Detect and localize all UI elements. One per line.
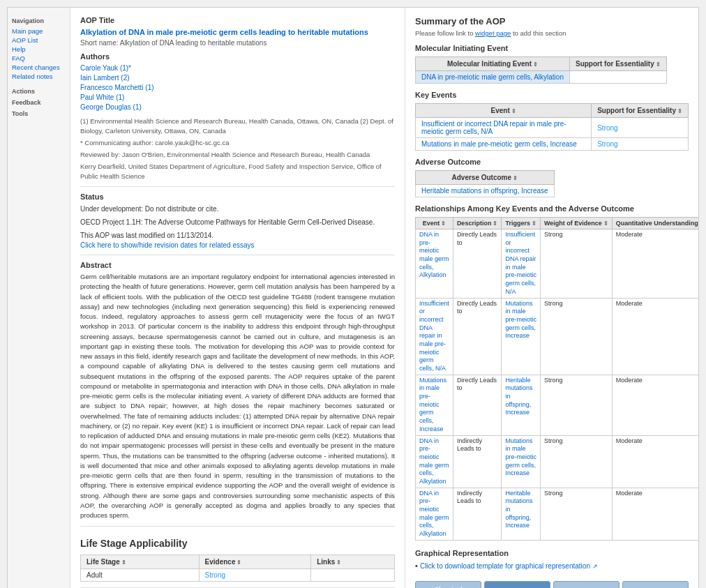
ao-header[interactable]: Adverse Outcome⇕ bbox=[416, 171, 555, 185]
rel-trigger-1[interactable]: Insufficient or incorrect DNA repair in … bbox=[505, 231, 536, 295]
sidebar-item-faq[interactable]: FAQ bbox=[12, 54, 66, 63]
diagram-box-mie: Molecular Initiating Event bbox=[484, 581, 550, 588]
diagram-top-row: Chemical Structure & Properties Molecula… bbox=[415, 581, 689, 588]
author-3: Francesco Marchetti (1) bbox=[80, 83, 395, 93]
diagram-box-chemical: Chemical Structure & Properties bbox=[415, 581, 481, 588]
summary-note: Please follow link to widget page to add… bbox=[415, 29, 689, 37]
abstract-heading: Abstract bbox=[80, 261, 395, 269]
rel-trigger-3[interactable]: Heritable mutations in offspring, Increa… bbox=[505, 377, 532, 416]
widget-link[interactable]: widget page bbox=[475, 29, 511, 37]
rel-trigger-4[interactable]: Mutations in male pre-meiotic germ cells… bbox=[505, 437, 536, 477]
sidebar-item-recent[interactable]: Recent changes bbox=[12, 63, 66, 72]
communicating: * Communicating author: carole.yauk@hc-s… bbox=[80, 138, 395, 147]
relationships-table: Event⇕ Description⇕ Triggers⇕ Weight of … bbox=[415, 217, 698, 541]
download-link[interactable]: Click to download template for graphical… bbox=[420, 562, 590, 570]
status-text3: This AOP was last modified on 11/13/2014… bbox=[80, 230, 395, 241]
ext-link-icon: ↗ bbox=[592, 563, 598, 570]
table-row: Adult Strong bbox=[81, 569, 395, 582]
adverse-outcome-table: Adverse Outcome⇕ Heritable mutations in … bbox=[415, 170, 555, 197]
table-row: Heritable mutations in offspring, Increa… bbox=[416, 185, 555, 197]
short-name: Short name: Alkylation of DNA leading to… bbox=[80, 39, 395, 47]
sidebar-item-aoplist[interactable]: AOP List bbox=[12, 36, 66, 45]
mie-event-header[interactable]: Molecular Initiating Event⇕ bbox=[416, 57, 570, 71]
relationships-title: Relationships Among Key Events and the A… bbox=[415, 204, 689, 213]
diagram-box-cellular: Cellular Response bbox=[553, 581, 619, 588]
diagram-container: Chemical Structure & Properties Molecula… bbox=[415, 581, 689, 588]
sidebar-item-help[interactable]: Help bbox=[12, 45, 66, 54]
authors-heading: Authors bbox=[80, 52, 395, 61]
status-text2: OECD Project 1.1H: The Adverse Outcome P… bbox=[80, 217, 395, 227]
nav-label: Navigation bbox=[12, 17, 66, 24]
sidebar-item-main[interactable]: Main page bbox=[12, 27, 66, 36]
ke-event-header[interactable]: Event⇕ bbox=[416, 104, 592, 118]
graphical-section: Graphical Representation • Click to down… bbox=[415, 549, 689, 570]
affiliations: (1) Environmental Health Science and Res… bbox=[80, 116, 395, 135]
status-text1: Under development: Do not distribute or … bbox=[80, 204, 395, 214]
summary-title: Summary of the AOP bbox=[415, 16, 689, 27]
key-events-table: Event⇕ Support for Essentiality⇕ Insuffi… bbox=[415, 103, 689, 151]
key-events-title: Key Events bbox=[415, 91, 689, 99]
mie-table: Molecular Initiating Event⇕ Support for … bbox=[415, 56, 667, 84]
table-row: DNA in pre-meiotic male germ cells, Alky… bbox=[416, 71, 667, 84]
links-col-header[interactable]: Links⇕ bbox=[311, 555, 395, 569]
table-row: Mutations in male pre-meiotic germ cells… bbox=[416, 138, 689, 151]
table-row: Insufficient or incorrect DNA repair in … bbox=[416, 298, 699, 375]
reviewed-by: Reviewed by: Jason O'Brien, Environmenta… bbox=[80, 150, 395, 159]
actions-label: Actions bbox=[12, 88, 66, 95]
sidebar: Navigation Main page AOP List Help FAQ R… bbox=[8, 8, 70, 588]
author-4: Paul White (1) bbox=[80, 93, 395, 103]
diagram-box-organism: Organism Response bbox=[622, 581, 689, 588]
rel-quant-header[interactable]: Quantitative Understanding⇕ bbox=[612, 218, 698, 229]
right-panel: Summary of the AOP Please follow link to… bbox=[405, 8, 698, 588]
rel-weight-header[interactable]: Weight of Evidence⇕ bbox=[540, 218, 612, 229]
ke-event-link-2[interactable]: Mutations in male pre-meiotic germ cells… bbox=[421, 140, 577, 148]
rel-event-4[interactable]: DNA in pre-meiotic male germ cells, Alky… bbox=[419, 437, 449, 485]
table-row: DNA in pre-meiotic male germ cells, Alky… bbox=[416, 229, 699, 299]
left-panel: AOP Title Alkylation of DNA in male pre-… bbox=[70, 8, 405, 588]
aop-title-label: AOP Title bbox=[80, 16, 395, 24]
tools-label[interactable]: Tools bbox=[12, 110, 66, 117]
author-5: George Douglas (1) bbox=[80, 103, 395, 112]
rel-trigger-5[interactable]: Heritable mutations in offspring, Increa… bbox=[505, 490, 532, 529]
life-stage-col-header[interactable]: Life Stage⇕ bbox=[81, 555, 200, 569]
life-stage-table: Life Stage⇕ Evidence⇕ Links⇕ Adult Stron… bbox=[80, 555, 395, 582]
graphical-title: Graphical Representation bbox=[415, 549, 689, 557]
sidebar-item-related[interactable]: Related notes bbox=[12, 72, 66, 81]
ke-support-header[interactable]: Support for Essentiality⇕ bbox=[592, 104, 689, 118]
rel-event-2[interactable]: Insufficient or incorrect DNA repair in … bbox=[419, 300, 449, 372]
aop-title-link[interactable]: Alkylation of DNA in male pre-meiotic ge… bbox=[80, 28, 368, 36]
download-link-container: • Click to download template for graphic… bbox=[415, 561, 689, 570]
rel-event-header[interactable]: Event⇕ bbox=[416, 218, 453, 229]
rel-event-1[interactable]: DNA in pre-meiotic male germ cells, Alky… bbox=[419, 231, 449, 278]
life-stage-title: Life Stage Applicability bbox=[80, 538, 395, 549]
mie-support-header[interactable]: Support for Essentiality⇕ bbox=[569, 57, 666, 71]
rel-triggers-header[interactable]: Triggers⇕ bbox=[502, 218, 541, 229]
mie-event-link[interactable]: DNA in pre-meiotic male germ cells, Alky… bbox=[421, 73, 564, 81]
abstract-text: Germ cell/heritable mutations are an imp… bbox=[80, 272, 395, 520]
evidence-col-header[interactable]: Evidence⇕ bbox=[199, 555, 311, 569]
rel-trigger-2[interactable]: Mutations in male pre-meiotic germ cells… bbox=[505, 300, 536, 340]
feedback-label[interactable]: Feedback bbox=[12, 99, 66, 106]
author-2: Iain Lambert (2) bbox=[80, 73, 395, 83]
status-link[interactable]: Click here to show/hide revision dates f… bbox=[80, 241, 255, 249]
status-heading: Status bbox=[80, 193, 395, 201]
rel-event-5[interactable]: DNA in pre-meiotic male germ cells, Alky… bbox=[419, 490, 449, 537]
table-row: Insufficient or incorrect DNA repair in … bbox=[416, 118, 689, 138]
rel-desc-header[interactable]: Description⇕ bbox=[453, 218, 502, 229]
reviewer2: Kerry Dearfield, United States Departmen… bbox=[80, 162, 395, 181]
adverse-outcome-title: Adverse Outcome bbox=[415, 158, 689, 166]
mie-title: Molecular Initiating Event bbox=[415, 44, 689, 52]
ke-event-link-1[interactable]: Insufficient or incorrect DNA repair in … bbox=[421, 120, 566, 135]
rel-event-3[interactable]: Mutations in male pre-meiotic germ cells… bbox=[419, 377, 446, 432]
ao-link[interactable]: Heritable mutations in offspring, Increa… bbox=[421, 187, 548, 195]
main-content: AOP Title Alkylation of DNA in male pre-… bbox=[70, 8, 698, 588]
table-row: DNA in pre-meiotic male germ cells, Alky… bbox=[416, 488, 699, 540]
author-1: Carole Yauk (1)* bbox=[80, 63, 395, 73]
table-row: Mutations in male pre-meiotic germ cells… bbox=[416, 375, 699, 435]
table-row: DNA in pre-meiotic male germ cells, Alky… bbox=[416, 435, 699, 488]
